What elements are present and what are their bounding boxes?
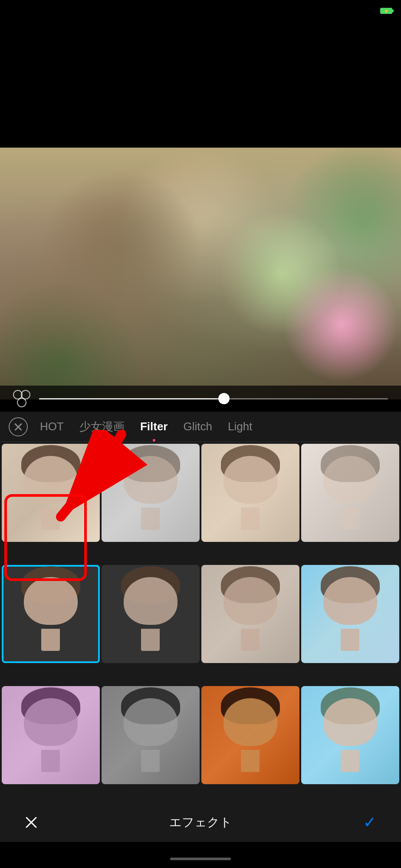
cancel-icon [14,422,23,431]
face-thumbnail-9 [2,686,100,784]
selected-indicator [2,661,100,663]
face-thumbnail-6 [102,565,200,663]
tab-filter[interactable]: Filter [132,412,176,442]
filter-cell-7[interactable] [201,565,299,663]
face-thumbnail-1 [2,444,100,542]
photo-overlay [0,148,401,399]
filter-cell-2[interactable] [102,444,200,542]
filter-cell-9[interactable] [2,686,100,784]
filter-cell-3[interactable] [201,444,299,542]
bottom-title: エフェクト [169,814,232,831]
top-black-area [0,0,401,148]
tab-light[interactable]: Light [220,412,260,442]
face-thumbnail-12 [301,686,399,784]
filter-cell-5[interactable] [2,565,100,663]
face-thumbnail-4 [301,444,399,542]
tab-hot[interactable]: HOT [32,412,72,442]
tab-shojo[interactable]: 少女漫画 [72,412,132,442]
filter-tabs: HOT 少女漫画 Filter Glitch Light [0,412,401,442]
confirm-button[interactable]: ✓ [360,813,379,832]
face-thumbnail-3 [201,444,299,542]
main-photo [0,148,401,399]
face-thumbnail-10 [102,686,200,784]
battery-icon: ⚡ [380,8,392,14]
slider-area [0,386,401,412]
tab-cancel-button[interactable] [9,417,28,436]
status-bar: ⚡ [380,0,392,22]
face-thumbnail-11 [201,686,299,784]
battery-bolt: ⚡ [384,9,389,13]
filter-grid [0,442,401,807]
face-thumbnail-8 [301,565,399,663]
face-thumbnail-7 [201,565,299,663]
color-circles-icon [13,390,30,407]
checkmark-icon: ✓ [363,813,376,832]
filter-cell-4[interactable] [301,444,399,542]
tab-glitch[interactable]: Glitch [175,412,220,442]
battery-body: ⚡ [380,8,392,14]
intensity-slider[interactable] [39,398,388,399]
face-thumbnail-5 [2,565,100,663]
filter-cell-12[interactable] [301,686,399,784]
slider-fill [39,398,220,399]
circle-3 [17,398,26,407]
bottom-bar: エフェクト ✓ [0,803,401,842]
face-thumbnail-2 [102,444,200,542]
x-icon [25,816,38,829]
filter-cell-10[interactable] [102,686,200,784]
filter-cell-11[interactable] [201,686,299,784]
filter-cell-1[interactable] [2,444,100,542]
slider-thumb[interactable] [218,393,230,404]
filter-cell-8[interactable] [301,565,399,663]
filter-cell-6[interactable] [102,565,200,663]
home-indicator [170,858,231,860]
cancel-button[interactable] [22,813,41,832]
